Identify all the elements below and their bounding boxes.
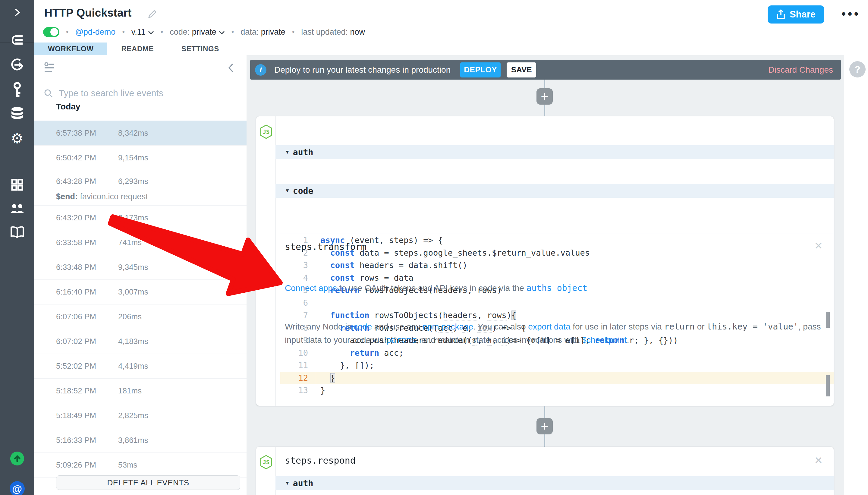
indent-guide bbox=[322, 272, 322, 322]
code-line[interactable]: 7 function rowsToObjects(headers, rows){ bbox=[280, 309, 834, 322]
tab-readme[interactable]: README bbox=[107, 42, 168, 55]
add-step-button-bottom[interactable]: + bbox=[537, 418, 553, 434]
collapse-panel-icon[interactable] bbox=[228, 63, 234, 74]
indent-guide bbox=[332, 284, 332, 309]
event-row[interactable]: 6:16:40 PM3,007ms bbox=[34, 280, 246, 305]
code-text: } bbox=[316, 384, 834, 397]
workflows-icon[interactable] bbox=[0, 34, 34, 47]
event-row[interactable]: 5:18:49 PM2,825ms bbox=[34, 403, 246, 428]
event-row[interactable]: 5:16:33 PM3,861ms bbox=[34, 428, 246, 453]
docs-book-icon[interactable] bbox=[0, 226, 34, 238]
api-keys-icon[interactable] bbox=[0, 82, 34, 97]
auth-section-header[interactable]: ▼ auth bbox=[276, 476, 834, 490]
code-text bbox=[316, 297, 834, 309]
event-row[interactable]: 6:07:06 PM206ms bbox=[34, 305, 246, 329]
edit-title-icon[interactable] bbox=[147, 9, 157, 20]
event-time: 5:18:52 PM bbox=[56, 386, 118, 395]
discard-changes-link[interactable]: Discard Changes bbox=[768, 65, 833, 75]
code-line[interactable]: 11 }, []); bbox=[280, 359, 834, 372]
version-dropdown[interactable]: v.11 bbox=[132, 28, 154, 37]
sql-database-icon[interactable] bbox=[0, 107, 34, 120]
apps-grid-icon[interactable] bbox=[0, 178, 34, 191]
code-line[interactable]: 10 return acc; bbox=[280, 347, 834, 359]
more-menu-button[interactable]: ••• bbox=[841, 7, 861, 21]
collapse-triangle-icon: ▼ bbox=[285, 188, 290, 194]
event-row[interactable]: 6:57:38 PM8,342ms bbox=[34, 121, 246, 146]
code-text: acc.push(headers.reduce((r, h, i)=> {r[h… bbox=[316, 334, 834, 347]
settings-gear-icon[interactable]: ⚙ bbox=[0, 130, 34, 147]
scrollbar-mark[interactable] bbox=[826, 375, 830, 396]
event-row[interactable]: 5:52:02 PM4,419ms bbox=[34, 354, 246, 379]
deploy-button[interactable]: DEPLOY bbox=[460, 63, 501, 78]
code-line[interactable]: 8 return rows.reduce((acc, e, idx) => { bbox=[280, 322, 834, 334]
code-line[interactable]: 2 const data = steps.google_sheets.$retu… bbox=[280, 246, 834, 259]
tab-workflow[interactable]: WORKFLOW bbox=[34, 42, 107, 55]
share-icon bbox=[776, 9, 785, 20]
event-row[interactable]: 6:33:58 PM741ms bbox=[34, 230, 246, 255]
line-number: 4 bbox=[280, 272, 316, 284]
event-row[interactable]: 5:18:52 PM181ms bbox=[34, 379, 246, 403]
line-number: 9 bbox=[280, 334, 316, 347]
event-duration: 53ms bbox=[118, 460, 137, 470]
delete-all-events-button[interactable]: DELETE ALL EVENTS bbox=[56, 475, 240, 490]
community-icon[interactable] bbox=[0, 202, 34, 214]
code-privacy-dropdown[interactable]: code: private bbox=[170, 28, 225, 37]
line-number: 2 bbox=[280, 246, 316, 259]
step-name[interactable]: steps.respond bbox=[285, 455, 355, 466]
scrollbar-mark[interactable] bbox=[826, 312, 830, 328]
code-line[interactable]: 12 } bbox=[280, 372, 834, 385]
event-sources-icon[interactable] bbox=[0, 58, 34, 72]
line-number: 1 bbox=[280, 234, 316, 246]
expand-sidebar-icon[interactable] bbox=[0, 7, 34, 17]
filter-icon[interactable] bbox=[44, 62, 55, 75]
event-time: 5:52:02 PM bbox=[56, 361, 118, 371]
code-text: const rows = data bbox=[316, 272, 834, 284]
tab-settings[interactable]: SETTINGS bbox=[168, 42, 233, 55]
event-duration: 6,293ms bbox=[118, 177, 148, 186]
event-row[interactable]: 6:33:48 PM9,345ms bbox=[34, 255, 246, 280]
line-number: 11 bbox=[280, 359, 316, 372]
deploy-message: Deploy to run your latest changes in pro… bbox=[274, 65, 451, 75]
code-line[interactable]: 13} bbox=[280, 384, 834, 397]
event-row[interactable]: 5:09:26 PM53ms bbox=[34, 453, 246, 478]
code-line[interactable]: 9 acc.push(headers.reduce((r, h, i)=> {r… bbox=[280, 334, 834, 347]
upgrade-icon[interactable] bbox=[0, 451, 34, 465]
code-line[interactable]: 1async (event, steps) => { bbox=[280, 234, 834, 246]
share-button[interactable]: Share bbox=[768, 5, 824, 23]
close-step-icon[interactable]: ✕ bbox=[814, 455, 823, 465]
chevron-down-icon bbox=[219, 28, 225, 37]
auth-section-header[interactable]: ▼ auth bbox=[276, 145, 834, 159]
line-number: 3 bbox=[280, 259, 316, 272]
code-text: const headers = data.shift() bbox=[316, 259, 834, 272]
event-row[interactable]: 6:07:02 PM4,183ms bbox=[34, 329, 246, 354]
event-row[interactable]: 6:43:28 PM6,293ms$end: favicon.ico reque… bbox=[34, 170, 246, 206]
event-time: 6:33:58 PM bbox=[56, 238, 118, 247]
workflow-active-toggle[interactable] bbox=[43, 27, 59, 37]
code-line[interactable]: 3 const headers = data.shift() bbox=[280, 259, 834, 272]
line-number: 8 bbox=[280, 322, 316, 334]
help-button[interactable]: ? bbox=[849, 61, 866, 78]
search-placeholder: Type to search live events bbox=[59, 88, 163, 98]
code-editor[interactable]: 1async (event, steps) => {2 const data =… bbox=[280, 234, 834, 402]
event-row[interactable]: 6:50:42 PM9,154ms bbox=[34, 146, 246, 170]
events-panel-header bbox=[34, 55, 246, 80]
code-line[interactable]: 6 bbox=[280, 297, 834, 309]
event-time: 6:33:48 PM bbox=[56, 262, 118, 272]
code-line[interactable]: 4 const rows = data bbox=[280, 272, 834, 284]
code-text: return rowsToObjects(headers, rows) bbox=[316, 284, 834, 297]
event-duration: 9,345ms bbox=[118, 262, 148, 272]
svg-text:JS: JS bbox=[263, 459, 270, 465]
event-row[interactable]: 6:43:20 PM8,173ms bbox=[34, 206, 246, 230]
event-duration: 9,154ms bbox=[118, 153, 148, 163]
search-live-events-input[interactable]: Type to search live events bbox=[44, 85, 231, 101]
code-section-header[interactable]: ▼ code bbox=[276, 184, 834, 198]
event-duration: 206ms bbox=[118, 312, 142, 321]
account-link[interactable]: @pd-demo bbox=[75, 28, 116, 37]
save-button[interactable]: SAVE bbox=[507, 63, 536, 78]
code-line[interactable]: 5 return rowsToObjects(headers, rows) bbox=[280, 284, 834, 297]
account-icon[interactable]: @ bbox=[0, 481, 34, 495]
event-duration: 3,861ms bbox=[118, 436, 148, 445]
event-note: $end: favicon.ico request bbox=[56, 192, 246, 205]
add-step-button-top[interactable]: + bbox=[537, 88, 553, 105]
code-text: return acc; bbox=[316, 347, 834, 359]
